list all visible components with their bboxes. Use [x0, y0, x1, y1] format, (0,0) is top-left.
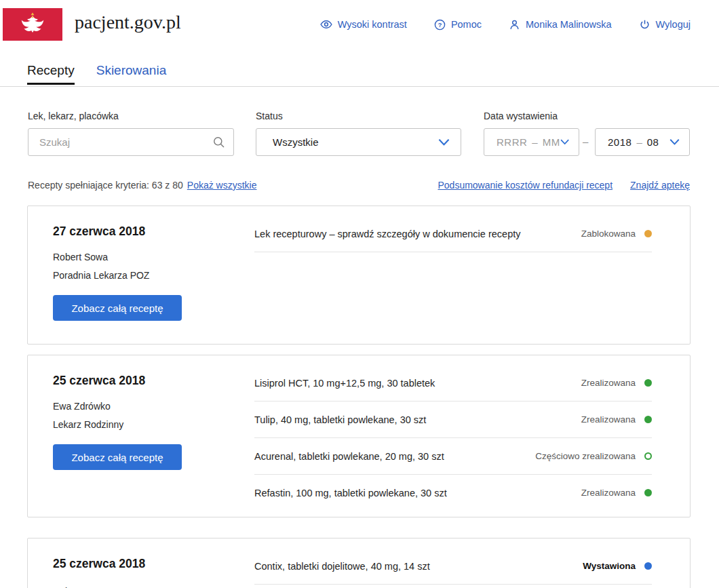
medication-row: Tulip, 40 mg, tabletki powlekane, 30 szt…: [254, 401, 652, 438]
question-circle-icon: ?: [434, 19, 446, 31]
person-icon: [509, 19, 520, 31]
status-dot: [644, 452, 652, 460]
prescription-card: 27 czerwca 2018 Robert Sowa Poradnia Lek…: [27, 205, 691, 345]
status-dot: [644, 562, 652, 570]
eagle-icon: [20, 11, 45, 38]
view-full-prescription-button[interactable]: Zobacz całą receptę: [53, 444, 182, 470]
medication-name: Tulip, 40 mg, tabletki powlekane, 30 szt: [254, 414, 581, 425]
header-nav: Wysoki kontrast ? Pomoc Monika Malinowsk…: [320, 18, 691, 31]
status-select[interactable]: Wszystkie: [256, 128, 461, 156]
find-pharmacy-link[interactable]: Znajdź aptekę: [630, 180, 690, 191]
medication-list: Lisiprol HCT, 10 mg+12,5 mg, 30 tabletek…: [254, 355, 652, 517]
date-separator: –: [532, 136, 537, 148]
high-contrast-label: Wysoki kontrast: [338, 19, 407, 30]
date-to-year: 2018: [608, 136, 631, 148]
prescription-card-info: 25 czerwca 2018 Robert Sowa: [28, 538, 254, 588]
chevron-down-icon: [669, 138, 680, 146]
search-icon[interactable]: [212, 136, 225, 149]
status-label: Częściowo zrealizowana: [535, 451, 636, 461]
polish-flag-eagle-logo: [3, 8, 62, 41]
status-label: Zrealizowana: [581, 378, 636, 388]
page: pacjent.gov.pl Wysoki kontrast ? Pomoc: [0, 0, 719, 588]
svg-text:?: ?: [438, 21, 442, 28]
search-field: [28, 128, 234, 156]
user-account-link[interactable]: Monika Malinowska: [509, 19, 612, 31]
status-dot: [644, 230, 652, 237]
results-links: Podsumowanie kosztów refundacji recept Z…: [438, 180, 690, 191]
logout-link[interactable]: Wyloguj: [639, 19, 691, 31]
medication-row: Contix, tabletki dojelitowe, 40 mg, 14 s…: [254, 548, 652, 585]
search-input[interactable]: [38, 136, 212, 149]
header: pacjent.gov.pl Wysoki kontrast ? Pomoc: [0, 0, 719, 87]
prescription-card: 25 czerwca 2018 Ewa Zdrówko Lekarz Rodzi…: [27, 355, 691, 517]
search-filter-label: Lek, lekarz, placówka: [28, 111, 119, 121]
medication-list: Lek recepturowy – sprawdź szczegóły w do…: [254, 206, 652, 344]
results-summary-row: Recepty spełniające kryteria: 63 z 80 Po…: [28, 180, 257, 191]
facility-name: Poradnia Lekarza POZ: [53, 270, 254, 281]
date-from-value: RRRR – MM: [497, 136, 560, 148]
date-to-select[interactable]: 2018 – 08: [595, 128, 690, 156]
medication-list: Contix, tabletki dojelitowe, 40 mg, 14 s…: [254, 538, 652, 588]
date-to-month: 08: [647, 136, 659, 148]
eye-icon: [320, 18, 332, 31]
prescription-card-info: 27 czerwca 2018 Robert Sowa Poradnia Lek…: [28, 206, 254, 344]
tab-skierowania[interactable]: Skierowania: [96, 63, 167, 85]
tab-bar: Recepty Skierowania: [27, 63, 166, 85]
medication-name: Lisiprol HCT, 10 mg+12,5 mg, 30 tabletek: [254, 378, 581, 389]
date-from-month: MM: [543, 136, 560, 148]
doctor-name: Robert Sowa: [53, 252, 254, 262]
date-filter-label: Data wystawienia: [484, 111, 558, 121]
medication-name: Refastin, 100 mg, tabletki powlekane, 30…: [254, 488, 581, 498]
status-dot: [644, 379, 652, 387]
medication-name: Contix, tabletki dojelitowe, 40 mg, 14 s…: [254, 561, 583, 572]
card-date: 25 czerwca 2018: [53, 557, 254, 571]
help-link[interactable]: ? Pomoc: [434, 19, 482, 31]
status-label: Zrealizowana: [581, 488, 636, 498]
medication-row: Acurenal, tabletki powlekane, 20 mg, 30 …: [254, 438, 652, 475]
chevron-down-icon: [560, 138, 569, 146]
status-label: Zrealizowana: [581, 414, 636, 425]
card-date: 25 czerwca 2018: [53, 374, 254, 388]
view-full-prescription-button[interactable]: Zobacz całą receptę: [53, 295, 182, 321]
medication-name: Lek recepturowy – sprawdź szczegóły w do…: [254, 229, 581, 239]
prescription-card-info: 25 czerwca 2018 Ewa Zdrówko Lekarz Rodzi…: [28, 355, 254, 517]
status-label: Zablokowana: [581, 229, 636, 239]
facility-name: Lekarz Rodzinny: [53, 419, 254, 430]
date-from-select[interactable]: RRRR – MM: [484, 128, 579, 156]
medication-row: Lek recepturowy – sprawdź szczegóły w do…: [254, 216, 652, 252]
medication-row: Lisiprol HCT, 10 mg+12,5 mg, 30 tabletek…: [254, 365, 652, 401]
power-icon: [639, 19, 650, 31]
date-to-value: 2018 – 08: [608, 136, 669, 148]
card-date: 27 czerwca 2018: [53, 224, 254, 239]
status-dot: [644, 489, 652, 496]
tab-recepty[interactable]: Recepty: [27, 63, 75, 85]
prescription-card: 25 czerwca 2018 Robert Sowa Contix, tabl…: [27, 538, 691, 588]
chevron-down-icon: [438, 138, 450, 146]
show-all-link[interactable]: Pokaż wszystkie: [187, 180, 257, 191]
high-contrast-link[interactable]: Wysoki kontrast: [320, 18, 407, 31]
date-separator: –: [636, 136, 642, 148]
medication-row: Refastin, 100 mg, tabletki powlekane, 30…: [254, 475, 652, 511]
status-label: Wystawiona: [583, 561, 636, 571]
date-range-separator: –: [583, 136, 588, 147]
doctor-name: Ewa Zdrówko: [53, 401, 254, 412]
refund-summary-link[interactable]: Podsumowanie kosztów refundacji recept: [438, 180, 613, 191]
help-label: Pomoc: [451, 19, 482, 30]
medication-name: Acurenal, tabletki powlekane, 20 mg, 30 …: [254, 451, 535, 462]
status-dot: [644, 416, 652, 423]
status-filter-label: Status: [256, 111, 283, 121]
logout-label: Wyloguj: [656, 19, 691, 30]
status-select-value: Wszystkie: [273, 136, 438, 148]
user-name-label: Monika Malinowska: [526, 19, 612, 30]
date-from-year: RRRR: [497, 136, 527, 148]
site-title: pacjent.gov.pl: [75, 12, 181, 33]
results-summary: Recepty spełniające kryteria: 63 z 80: [28, 180, 183, 191]
